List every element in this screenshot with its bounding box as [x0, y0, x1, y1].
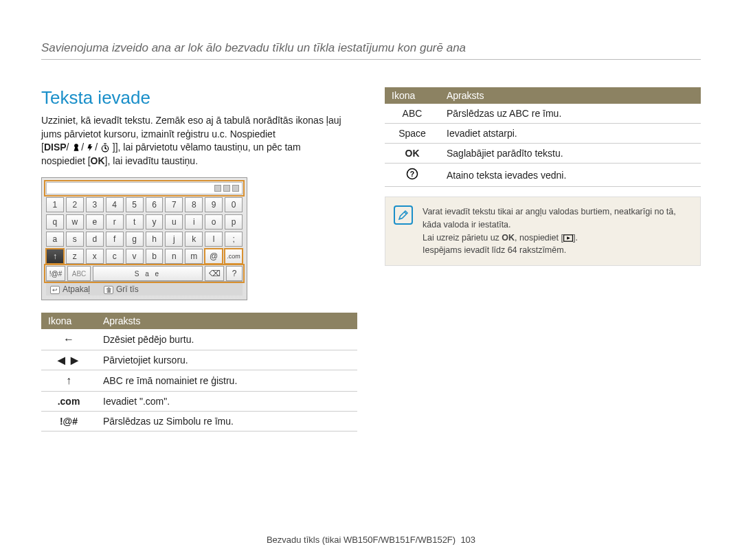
kb-key-at: @ [205, 249, 223, 264]
note-line-2a: Lai uzreiz pārietu uz [423, 233, 502, 243]
cell-desc: Ievadiet ".com". [96, 392, 357, 412]
th-desc: Apraksts [440, 87, 701, 104]
ok-label-inline: OK [91, 155, 105, 166]
kb-status-dot [214, 185, 221, 192]
svg-text:?: ? [410, 170, 414, 178]
kb-key-symbols: !@# [46, 266, 65, 281]
kb-key: g [126, 232, 144, 247]
icon-table-right: Ikona Apraksts ABC Pārslēdzas uz ABC re … [385, 87, 701, 187]
disp-label: DISP [44, 142, 67, 153]
intro-text-1: Uzziniet, kā ievadīt tekstu. Zemāk eso a… [41, 115, 341, 139]
cell-desc: Saglabājiet parādīto tekstu. [440, 144, 701, 164]
kb-key: k [185, 232, 203, 247]
kb-key: 7 [165, 197, 183, 212]
kb-key: y [146, 214, 164, 229]
table-row: OK Saglabājiet parādīto tekstu. [385, 144, 701, 164]
kb-key: j [165, 232, 183, 247]
cell-icon-abc: ABC [385, 104, 440, 124]
kb-key: 2 [66, 197, 84, 212]
kb-key: 3 [86, 197, 104, 212]
note-ok-label: OK [502, 233, 515, 243]
kb-footer-bar: ↩Atpakaļ 🗑Grī tīs [46, 281, 243, 295]
kb-key-abc: ABC [67, 266, 91, 281]
intro-text-3b: ], lai ievadītu taustiņu. [105, 155, 198, 166]
th-desc: Apraksts [96, 313, 357, 329]
kb-key: d [86, 232, 104, 247]
kb-key: l [205, 232, 223, 247]
kb-key: o [205, 214, 223, 229]
footer-text: Bezvadu tīkls (tikai WB150F/WB151F/WB152… [267, 535, 456, 545]
note-line-2c: ]. [573, 233, 578, 243]
page-number: 103 [460, 535, 475, 545]
kb-key: 4 [106, 197, 124, 212]
table-row: ← Dzēsiet pēdējo burtu. [41, 329, 357, 350]
kb-key: f [106, 232, 124, 247]
macro-icon [71, 143, 81, 153]
playback-icon [563, 234, 573, 242]
icon-table-left: Ikona Apraksts ← Dzēsiet pēdējo burtu. ◀… [41, 313, 357, 432]
kb-key: a [46, 232, 64, 247]
note-box: Varat ievadīt tekstu tikai ar angļu valo… [385, 197, 701, 266]
cell-icon-ok: OK [385, 144, 440, 164]
kb-key: v [126, 249, 144, 264]
kb-key: x [86, 249, 104, 264]
keyboard-illustration: 1 2 3 4 5 6 7 8 9 0 q w e r t y u i o [41, 177, 247, 300]
cell-desc: Dzēsiet pēdējo burtu. [96, 329, 357, 350]
kb-key: 5 [126, 197, 144, 212]
table-row: !@# Pārslēdzas uz Simbolu re īmu. [41, 412, 357, 432]
arrow-up-icon: ↑ [66, 374, 71, 386]
kb-status-dot [232, 185, 239, 192]
kb-key: 8 [185, 197, 203, 212]
kb-key-space: S a e [93, 266, 203, 281]
intro-text-3a: nospiediet [ [41, 155, 91, 166]
left-column: Teksta ievade Uzziniet, kā ievadīt tekst… [41, 87, 357, 432]
section-title: Teksta ievade [41, 87, 357, 109]
cell-desc: Ievadiet atstarpi. [440, 124, 701, 144]
kb-key: e [86, 214, 104, 229]
table-row: ABC Pārslēdzas uz ABC re īmu. [385, 104, 701, 124]
timer-icon [100, 143, 110, 153]
arrows-lr-icon: ◀ ▶ [58, 355, 80, 366]
kb-key: 6 [146, 197, 164, 212]
note-line-1: Varat ievadīt tekstu tikai ar angļu valo… [423, 205, 690, 232]
kb-key: p [225, 214, 243, 229]
back-icon: ↩ [50, 286, 60, 294]
kb-row-3: ↑ z x c v b n m @ .com [46, 249, 243, 264]
kb-key: c [106, 249, 124, 264]
kb-key: h [146, 232, 164, 247]
kb-key: t [126, 214, 144, 229]
kb-key: w [66, 214, 84, 229]
table-row: ↑ ABC re īmā nomainiet re ģistru. [41, 370, 357, 392]
page-footer: Bezvadu tīkls (tikai WB150F/WB151F/WB152… [41, 535, 701, 545]
note-icon [394, 205, 413, 225]
kb-row-0: 1 2 3 4 5 6 7 8 9 0 [46, 197, 243, 212]
kb-key: n [165, 249, 183, 264]
kb-key: ; [225, 232, 243, 247]
arrow-left-icon: ← [63, 333, 74, 345]
kb-key: r [106, 214, 124, 229]
table-row: Space Ievadiet atstarpi. [385, 124, 701, 144]
table-row: .com Ievadiet ".com". [41, 392, 357, 412]
kb-key: z [66, 249, 84, 264]
cell-icon-sym: !@# [41, 412, 96, 432]
kb-key-backspace: ⌫ [205, 266, 224, 281]
note-line-3: Iespējams ievadīt līdz 64 rakstzīmēm. [423, 244, 690, 257]
kb-space-row: !@# ABC S a e ⌫ ? [46, 266, 243, 281]
flash-icon [87, 143, 95, 153]
kb-display-bar [46, 182, 243, 194]
cell-icon-space: Space [385, 124, 440, 144]
th-icon: Ikona [385, 87, 440, 104]
cell-desc: Ataino teksta ievades vedni. [440, 164, 701, 187]
delete-icon: 🗑 [104, 286, 113, 294]
intro-text-2b: ], lai pārvietotu vēlamo taustiņu, un pē… [115, 142, 301, 153]
note-line-2b: , nospiediet [ [515, 233, 563, 243]
kb-key: s [66, 232, 84, 247]
cell-desc: Pārslēdzas uz Simbolu re īmu. [96, 412, 357, 432]
cell-icon-com: .com [41, 392, 96, 412]
kb-key: m [185, 249, 203, 264]
cell-desc: Pārslēdzas uz ABC re īmu. [440, 104, 701, 124]
table-row: ? Ataino teksta ievades vedni. [385, 164, 701, 187]
kb-row-1: q w e r t y u i o p [46, 214, 243, 229]
kb-key-help: ? [226, 266, 243, 281]
cell-icon-help: ? [385, 164, 440, 187]
